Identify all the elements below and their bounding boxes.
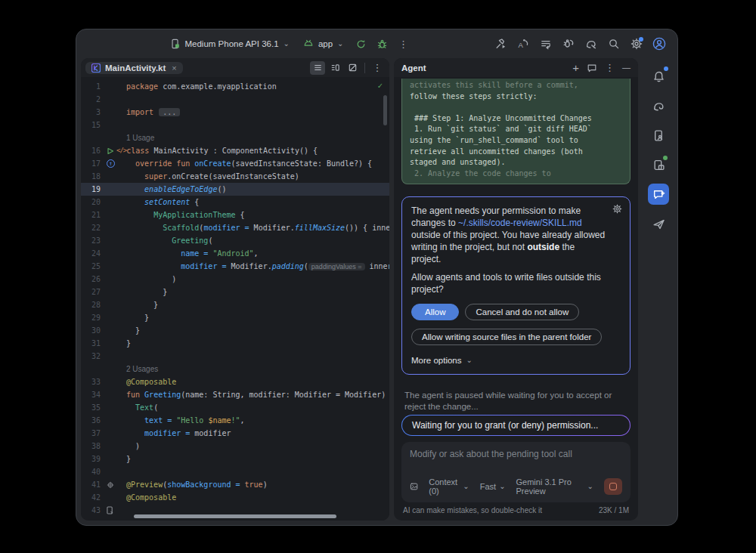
running-devices-button[interactable] [648,125,669,146]
line-number: 2 [81,93,101,106]
agent-more-options-button[interactable]: ⋮ [605,63,615,73]
design-view-button[interactable] [345,61,360,75]
gutter: </> [101,144,126,157]
search-everywhere-button[interactable] [605,35,623,53]
agent-input-card[interactable]: Modify or ask about the pending tool cal… [401,442,631,502]
code-line[interactable]: 16</>class MainActivity : ComponentActiv… [81,144,389,157]
code-view-button[interactable] [310,61,325,75]
apply-code-changes-button[interactable]: A [514,35,532,53]
profiler-button[interactable] [491,35,510,53]
code-line[interactable]: 28 } [81,298,389,311]
code-line[interactable]: 35 Text( [81,401,389,414]
agent-input-placeholder[interactable]: Modify or ask about the pending tool cal… [410,449,622,459]
code-line[interactable]: 41@Preview(showBackground = true) [81,478,389,491]
permission-settings-gear-icon[interactable] [612,204,622,214]
code-line[interactable]: 24 name = "Android", [81,247,389,260]
code-line[interactable]: 40 [81,465,389,478]
gutter [101,106,126,119]
stop-button[interactable] [604,478,622,495]
code-line[interactable]: 22 Scaffold(modifier = Modifier.fillMaxS… [81,221,389,234]
code-text: class MainActivity : ComponentActivity()… [126,144,389,157]
line-number: 33 [81,375,101,388]
code-text [126,93,389,106]
code-line[interactable]: 27 } [81,286,389,298]
code-line[interactable]: 17↑ override fun onCreate(savedInstanceS… [81,157,389,170]
code-text [126,350,389,363]
chevron-down-icon: ⌄ [284,40,290,48]
close-icon[interactable]: × [172,63,176,73]
code-line[interactable]: 18 super.onCreate(savedInstanceState) [81,170,389,183]
allow-parent-folder-button[interactable]: Allow writing source files in the parent… [411,329,602,345]
rerun-button[interactable] [352,35,370,53]
code-line[interactable]: 1 Usage [81,131,389,144]
device-selector[interactable]: Medium Phone API 36.1 ⌄ [165,36,295,51]
app-insights-button[interactable] [648,213,669,234]
run-on-device-gutter-icon[interactable] [107,506,113,514]
code-line[interactable]: 34fun Greeting(name: String, modifier: M… [81,388,389,401]
code-text: import ... [126,106,389,119]
gemini-agent-button[interactable] [648,184,669,205]
code-line[interactable]: 30 } [81,324,389,337]
run-config-selector[interactable]: app ⌄ [298,36,349,51]
code-line[interactable]: 42@Composable [81,491,389,504]
device-manager-button[interactable] [648,154,669,175]
cancel-and-do-not-allow-button[interactable]: Cancel and do not allow [465,304,579,320]
code-line[interactable]: 33@Composable [81,375,389,388]
code-line[interactable]: 15 [81,119,389,131]
token-usage: 23K / 1M [599,506,629,514]
notifications-button[interactable] [648,66,669,87]
code-text: package com.example.myapplication [126,80,389,93]
editor-more-options-button[interactable]: ⋮ [370,61,385,75]
run-test-gutter-icon[interactable] [107,147,114,155]
editor-vertical-scrollbar[interactable] [383,95,387,125]
code-line[interactable]: 31} [81,337,389,350]
run-more-actions-button[interactable]: ⋮ [395,35,413,53]
more-options-toggle[interactable]: More options ⌄ [411,354,621,366]
agent-footer: AI can make mistakes, so double-check it… [401,506,631,514]
code-line[interactable]: 3import ... [81,106,389,119]
gradle-sync-button[interactable] [582,35,600,53]
split-view-button[interactable] [327,61,342,75]
new-chat-button[interactable]: + [572,62,579,73]
code-line[interactable]: 2 [81,93,389,106]
debug-button[interactable] [373,35,392,53]
preview-gutter-icon[interactable] [107,481,114,489]
skill-file-link[interactable]: ~/.skills/code-review/SKILL.md [458,218,582,228]
tab-mainactivity[interactable]: MainActivity.kt × [85,62,183,74]
android-studio-window: Medium Phone API 36.1 ⌄ app ⌄ [76,29,678,526]
context-dropdown[interactable]: Context (0)⌄ [429,477,469,496]
code-editor[interactable]: 1package com.example.myapplication23impo… [81,77,389,521]
code-line[interactable]: 2 Usages [81,363,389,375]
gradle-tool-button[interactable] [648,95,669,116]
code-line[interactable]: 29 } [81,311,389,324]
code-line[interactable]: 21 MyApplicationTheme { [81,209,389,221]
list-arrow-icon [540,38,552,50]
code-line[interactable]: 36 text = "Hello $name!", [81,414,389,427]
code-line[interactable]: 19 enableEdgeToEdge() [81,183,389,196]
code-line[interactable]: 37 modifier = modifier [81,427,389,440]
override-gutter-icon[interactable]: ↑ [107,159,115,168]
code-line[interactable]: 39} [81,453,389,465]
attach-debugger-button[interactable] [559,35,578,53]
settings-button[interactable] [627,35,646,53]
user-profile-button[interactable] [650,35,668,53]
allow-button[interactable]: Allow [411,304,459,320]
skill-instructions-block[interactable]: activates this skill before a commit,fol… [401,79,631,184]
code-line[interactable]: 25 modifier = Modifier.padding(paddingVa… [81,260,389,273]
code-vision-icon[interactable]: </> [116,144,126,157]
inspection-ok-icon[interactable]: ✓ [377,81,383,91]
model-dropdown[interactable]: Gemini 3.1 Pro Preview⌄ [516,477,593,496]
code-line[interactable]: 26 ) [81,273,389,286]
attach-image-icon[interactable] [410,481,418,492]
code-text: ) [126,440,389,453]
code-line[interactable]: 32 [81,350,389,363]
code-line[interactable]: 20 setContent { [81,196,389,209]
chat-history-button[interactable] [587,63,597,73]
editor-horizontal-scrollbar[interactable] [134,514,336,518]
hide-panel-button[interactable]: — [622,63,631,72]
speed-dropdown[interactable]: Fast⌄ [480,482,506,491]
code-line[interactable]: 23 Greeting( [81,234,389,247]
code-line[interactable]: 1package com.example.myapplication [81,80,389,93]
build-variants-button[interactable] [537,35,555,53]
code-line[interactable]: 38 ) [81,440,389,453]
